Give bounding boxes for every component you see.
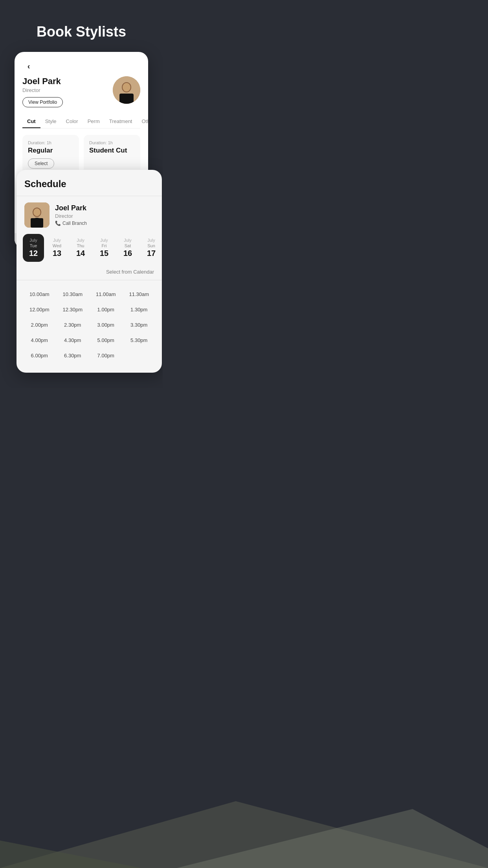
date-day: Tue bbox=[30, 243, 37, 248]
page-title: Book Stylists bbox=[37, 24, 126, 40]
time-1200pm[interactable]: 12.00pm bbox=[23, 302, 56, 317]
schedule-stylist-role: Director bbox=[55, 213, 154, 219]
date-num: 12 bbox=[29, 249, 38, 258]
service-regular: Duration: 1h Regular Select bbox=[22, 135, 79, 174]
date-num: 16 bbox=[123, 249, 132, 258]
svg-rect-7 bbox=[119, 94, 134, 104]
select-regular-button[interactable]: Select bbox=[28, 158, 54, 169]
service-student-cut: Duration: 1h Student Cut bbox=[84, 135, 140, 174]
date-day: Thu bbox=[77, 243, 84, 248]
schedule-stylist-name: Joel Park bbox=[55, 204, 154, 212]
time-1130am[interactable]: 11.30am bbox=[123, 287, 156, 302]
stylist-name: Joel Park bbox=[22, 76, 113, 86]
back-button[interactable]: ‹ bbox=[22, 60, 35, 72]
time-530pm[interactable]: 5.30pm bbox=[123, 333, 156, 348]
tab-style[interactable]: Style bbox=[40, 115, 61, 128]
svg-point-10 bbox=[33, 208, 40, 216]
select-from-calendar[interactable]: Select from Calendar bbox=[106, 269, 154, 275]
time-600pm[interactable]: 6.00pm bbox=[23, 348, 56, 363]
schedule-stylist-info: Joel Park Director 📞 Call Branch bbox=[55, 204, 154, 226]
date-item-thu-14[interactable]: July Thu 14 bbox=[70, 234, 91, 262]
date-item-sun-17[interactable]: July Sun 17 bbox=[141, 234, 162, 262]
view-portfolio-button[interactable]: View Portfolio bbox=[22, 97, 63, 107]
service-name: Student Cut bbox=[89, 147, 135, 154]
call-branch[interactable]: 📞 Call Branch bbox=[55, 221, 154, 226]
date-num: 15 bbox=[100, 249, 108, 258]
date-month: July bbox=[124, 238, 132, 243]
tab-cut[interactable]: Cut bbox=[22, 115, 40, 128]
time-200pm[interactable]: 2.00pm bbox=[23, 317, 56, 333]
date-month: July bbox=[147, 238, 155, 243]
phone-icon: 📞 bbox=[55, 221, 61, 226]
stylist-role: Director bbox=[22, 87, 113, 93]
time-700pm[interactable]: 7.00pm bbox=[89, 348, 123, 363]
svg-point-5 bbox=[123, 83, 130, 92]
cards-container: ‹ Joel Park Director View Portfolio bbox=[0, 52, 163, 388]
time-100pm[interactable]: 1.00pm bbox=[89, 302, 123, 317]
tab-treatment[interactable]: Treatment bbox=[105, 115, 137, 128]
time-330pm[interactable]: 3.30pm bbox=[123, 317, 156, 333]
time-1030am[interactable]: 10.30am bbox=[56, 287, 90, 302]
time-400pm[interactable]: 4.00pm bbox=[23, 333, 56, 348]
date-num: 17 bbox=[147, 249, 156, 258]
date-month: July bbox=[100, 238, 108, 243]
schedule-stylist-header: Joel Park Director 📞 Call Branch bbox=[17, 202, 162, 234]
back-icon: ‹ bbox=[28, 62, 30, 71]
date-item-wed-13[interactable]: July Wed 13 bbox=[46, 234, 68, 262]
date-num: 13 bbox=[53, 249, 61, 258]
date-month: July bbox=[29, 238, 37, 243]
avatar-image bbox=[113, 76, 140, 104]
tab-color[interactable]: Color bbox=[61, 115, 83, 128]
date-day: Wed bbox=[53, 243, 61, 248]
time-1100am[interactable]: 11.00am bbox=[89, 287, 123, 302]
time-divider bbox=[17, 280, 162, 280]
tab-others[interactable]: Others bbox=[137, 115, 148, 128]
date-item-fri-15[interactable]: July Fri 15 bbox=[94, 234, 115, 262]
tab-perm[interactable]: Perm bbox=[83, 115, 105, 128]
date-day: Sat bbox=[125, 243, 131, 248]
stylist-header: Joel Park Director View Portfolio bbox=[22, 76, 140, 107]
date-item-sat-16[interactable]: July Sat 16 bbox=[117, 234, 138, 262]
service-duration: Duration: 1h bbox=[28, 140, 73, 145]
avatar bbox=[113, 76, 140, 104]
date-month: July bbox=[53, 238, 61, 243]
service-name: Regular bbox=[28, 147, 73, 154]
time-300pm[interactable]: 3.00pm bbox=[89, 317, 123, 333]
date-month: July bbox=[77, 238, 84, 243]
service-duration: Duration: 1h bbox=[89, 140, 135, 145]
call-label: Call Branch bbox=[62, 221, 87, 226]
time-630pm[interactable]: 6.30pm bbox=[56, 348, 90, 363]
time-1000am[interactable]: 10.00am bbox=[23, 287, 56, 302]
stylist-info: Joel Park Director View Portfolio bbox=[22, 76, 113, 107]
time-430pm[interactable]: 4.30pm bbox=[56, 333, 90, 348]
date-item-tue-12[interactable]: July Tue 12 bbox=[23, 234, 44, 262]
date-day: Fri bbox=[102, 243, 107, 248]
date-selector: July Tue 12 July Wed 13 July Thu 14 July… bbox=[17, 234, 162, 267]
time-230pm[interactable]: 2.30pm bbox=[56, 317, 90, 333]
schedule-divider bbox=[17, 196, 162, 196]
time-130pm[interactable]: 1.30pm bbox=[123, 302, 156, 317]
time-500pm[interactable]: 5.00pm bbox=[89, 333, 123, 348]
date-num: 14 bbox=[76, 249, 85, 258]
time-1230pm[interactable]: 12.30pm bbox=[56, 302, 90, 317]
schedule-title: Schedule bbox=[17, 170, 162, 196]
schedule-avatar bbox=[24, 202, 50, 228]
date-day: Sun bbox=[147, 243, 155, 248]
schedule-card: Schedule Joel Park Director 📞 Call Branc… bbox=[17, 170, 162, 373]
time-grid: 10.00am 10.30am 11.00am 11.30am 12.00pm … bbox=[17, 282, 162, 365]
select-calendar-row: Select from Calendar bbox=[17, 267, 162, 280]
service-tabs: Cut Style Color Perm Treatment Others bbox=[22, 115, 140, 129]
svg-rect-12 bbox=[31, 218, 43, 228]
